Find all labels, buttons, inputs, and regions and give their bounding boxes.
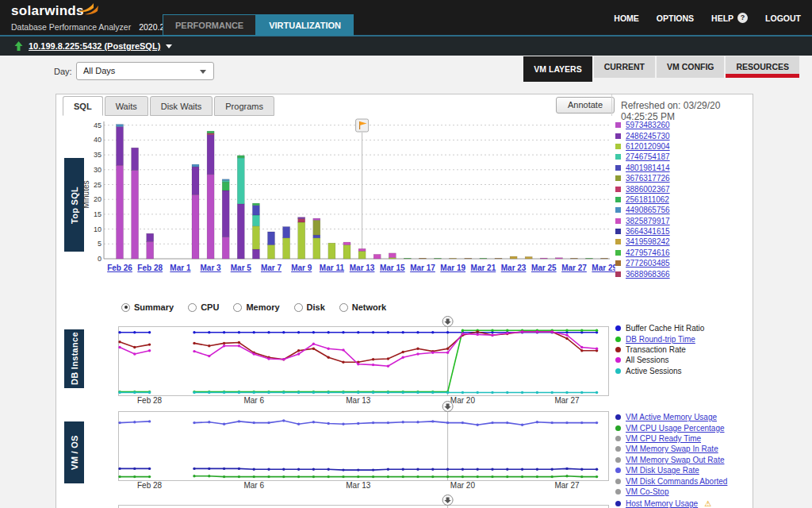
view-tab-current[interactable]: CURRENT (594, 56, 655, 78)
svg-text:Mar 7: Mar 7 (261, 264, 282, 272)
legend-swatch (615, 414, 621, 420)
svg-text:Minutes: Minutes (82, 180, 90, 208)
header-tabs: PERFORMANCEVIRTUALIZATION (163, 14, 354, 36)
legend-swatch (615, 468, 621, 473)
legend-item[interactable]: VM Disk Usage Rate (615, 465, 727, 475)
svg-text:10: 10 (94, 225, 102, 233)
top-sql-chart[interactable]: 051015202530354045MinutesFeb 26Feb 28Mar… (80, 115, 615, 290)
vm-os-chart[interactable]: Feb 28Mar 6Mar 13Mar 20Mar 27 (118, 400, 610, 495)
vm_os-chart-svg[interactable]: Feb 28Mar 6Mar 13Mar 20Mar 27 (118, 400, 610, 492)
legend-item[interactable]: VM CPU Usage Percentage (615, 422, 727, 433)
legend-label[interactable]: 2746754187 (626, 152, 670, 161)
legend-label[interactable]: VM Memory Swap Out Rate (626, 456, 724, 464)
menu-item-help[interactable]: HELP? (711, 13, 748, 23)
radio-cpu[interactable]: CPU (188, 302, 219, 312)
legend-label[interactable]: 2486245730 (626, 132, 670, 140)
legend-item[interactable]: DB Round-trip Time (615, 333, 704, 344)
legend-label[interactable]: VM Co-Stop (626, 487, 668, 496)
legend-item[interactable]: VM CPU Ready Time (615, 433, 727, 444)
legend-label[interactable]: VM Disk Usage Rate (626, 466, 699, 475)
menu-item-logout[interactable]: LOGOUT (765, 13, 801, 23)
view-tab-vm-config[interactable]: VM CONFIG (657, 56, 725, 78)
legend-label[interactable]: 3825879917 (626, 217, 670, 225)
legend-item[interactable]: VM Memory Swap In Rate (615, 444, 727, 454)
legend-item[interactable]: 2486245730 (615, 130, 670, 140)
legend-label[interactable]: VM CPU Ready Time (626, 434, 701, 443)
radio-disk[interactable]: Disk (294, 302, 325, 312)
legend-label[interactable]: 2772603485 (626, 259, 670, 267)
menu-item-options[interactable]: OPTIONS (657, 13, 694, 23)
menu-item-label: HOME (614, 13, 639, 23)
legend-item[interactable]: 3676317726 (615, 173, 670, 183)
radio-summary[interactable]: Summary (121, 302, 174, 312)
legend-item[interactable]: 4490865756 (615, 205, 670, 215)
legend-item[interactable]: VM Memory Swap Out Rate (615, 455, 727, 465)
legend-label[interactable]: 3688968366 (626, 270, 670, 279)
legend-item[interactable]: Transaction Rate (615, 344, 704, 355)
legend-item[interactable]: 6120120904 (615, 141, 670, 152)
x-axis-date-links[interactable]: Feb 26Feb 28Mar 1Mar 3Mar 5Mar 7Mar 9Mar… (107, 264, 615, 272)
db-instance-chart[interactable]: Feb 28Mar 6Mar 13Mar 20Mar 27 (118, 315, 610, 410)
header-tab-virtualization[interactable]: VIRTUALIZATION (256, 14, 354, 36)
legend-item[interactable]: All Sessions (615, 355, 704, 365)
db_instance-chart-svg[interactable]: Feb 28Mar 6Mar 13Mar 20Mar 27 (118, 315, 610, 407)
legend-item[interactable]: 5973483260 (615, 120, 670, 130)
legend-item[interactable]: 4279574616 (615, 248, 670, 258)
legend-label[interactable]: 2561811062 (626, 195, 669, 204)
legend-label[interactable]: VM Active Memory Usage (626, 413, 717, 421)
legend-swatch (615, 144, 621, 149)
legend-item[interactable]: VM Active Memory Usage (615, 412, 727, 422)
flag-marker[interactable] (356, 119, 369, 132)
header-tab-performance[interactable]: PERFORMANCE (163, 14, 256, 36)
legend-label[interactable]: VM Memory Swap In Rate (626, 444, 718, 453)
legend-item[interactable]: Host Memory Usage⚠ (615, 498, 711, 508)
host-chart[interactable] (118, 494, 610, 508)
legend-item[interactable]: 2746754187 (615, 152, 670, 162)
legend-label[interactable]: DB Round-trip Time (626, 335, 695, 344)
legend-item[interactable]: 3664341615 (615, 226, 670, 237)
radio-memory[interactable]: Memory (233, 302, 279, 312)
legend-label[interactable]: 4490865756 (626, 206, 670, 214)
panel-tab-sql[interactable]: SQL (63, 96, 103, 116)
panel-tab-waits[interactable]: Waits (105, 96, 148, 116)
legend-label: All Sessions (626, 356, 668, 364)
view-tab-vm-layers[interactable]: VM LAYERS (523, 56, 592, 82)
annotate-button[interactable]: Annotate (556, 97, 615, 114)
legend-item[interactable]: 3886002367 (615, 183, 670, 194)
menu-item-home[interactable]: HOME (614, 13, 639, 23)
legend-label[interactable]: VM CPU Usage Percentage (626, 424, 725, 433)
panel-tab-programs[interactable]: Programs (214, 96, 274, 116)
legend-label[interactable]: 3419598242 (626, 237, 670, 246)
top-sql-chart-svg[interactable]: 051015202530354045MinutesFeb 26Feb 28Mar… (80, 115, 615, 287)
legend-item[interactable]: 4801981414 (615, 163, 670, 173)
legend-item[interactable]: 3419598242 (615, 237, 670, 247)
legend-item[interactable]: VM Disk Commands Aborted (615, 475, 727, 486)
radio-network[interactable]: Network (339, 302, 386, 312)
host-chart-svg[interactable] (118, 494, 610, 508)
view-tab-resources[interactable]: RESOURCES (726, 56, 799, 78)
time-marker-icon[interactable] (442, 402, 453, 412)
time-marker-icon[interactable] (442, 495, 453, 506)
time-marker-icon[interactable] (442, 317, 453, 327)
legend-item[interactable]: VM Co-Stop (615, 487, 727, 497)
legend-label[interactable]: 5973483260 (626, 121, 670, 129)
instance-selector-link[interactable]: 10.199.8.225:5432 (PostgreSQL) (29, 41, 160, 51)
legend-swatch (615, 250, 621, 256)
legend-item[interactable]: Buffer Cache Hit Ratio (615, 323, 704, 333)
panel-tab-disk-waits[interactable]: Disk Waits (150, 96, 213, 116)
legend-item[interactable]: Active Sessions (615, 366, 704, 376)
legend-item[interactable]: 2772603485 (615, 258, 670, 268)
page: solarwinds Database Performance Analyzer… (0, 0, 812, 508)
legend-label[interactable]: 6120120904 (626, 142, 670, 151)
legend-label[interactable]: 3676317726 (626, 174, 670, 183)
legend-item[interactable]: 3825879917 (615, 216, 670, 226)
legend-label[interactable]: 4279574616 (626, 248, 670, 257)
legend-label[interactable]: 4801981414 (626, 164, 670, 172)
legend-label[interactable]: Host Memory Usage (626, 499, 698, 508)
legend-item[interactable]: 3688968366 (615, 268, 670, 279)
legend-item[interactable]: 2561811062 (615, 194, 670, 205)
legend-label[interactable]: VM Disk Commands Aborted (626, 477, 727, 486)
day-select[interactable]: All Days (76, 62, 214, 80)
legend-label[interactable]: 3886002367 (626, 185, 670, 194)
legend-label[interactable]: 3664341615 (626, 227, 670, 236)
